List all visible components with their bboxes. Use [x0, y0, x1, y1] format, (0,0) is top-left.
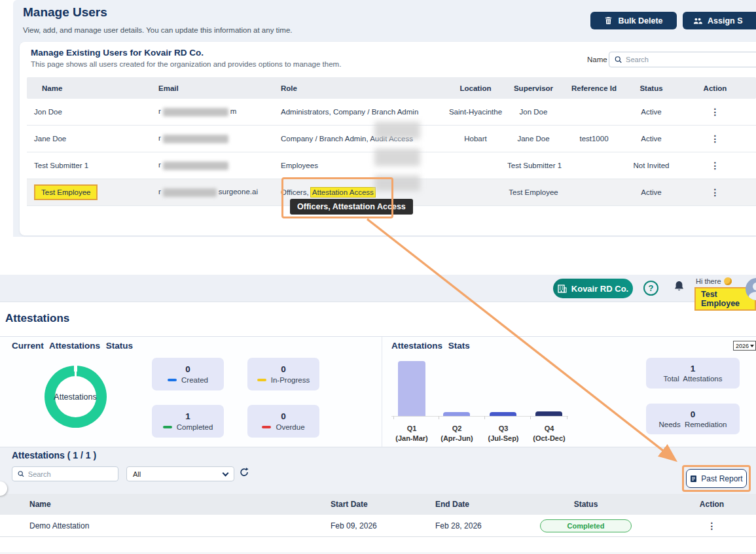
trash-icon	[604, 16, 613, 25]
needs-remediation-card: 0 Needs Remediation	[646, 404, 740, 434]
redacted-email-blur	[163, 188, 217, 197]
total-attestations-card: 1 Total Attestations	[646, 358, 740, 389]
row-action-menu[interactable]: ⋮	[674, 160, 756, 171]
col-supervisor: Supervisor	[507, 84, 560, 92]
card-subtitle: This page shows all users created for th…	[31, 60, 341, 68]
panel-divider	[382, 337, 382, 447]
past-report-button[interactable]: Past Report	[686, 469, 747, 488]
bell-icon[interactable]	[674, 281, 685, 296]
card-title: Manage Existing Users for Kovair RD Co.	[31, 48, 204, 58]
user-location: Saint-Hyacinthe	[444, 108, 507, 116]
x-tick-q4: Q4(Oct-Dec)	[522, 424, 577, 443]
stat-card-completed: 1 Completed	[152, 405, 224, 438]
user-status: Active	[628, 188, 674, 196]
user-supervisor: Test Employee	[507, 188, 560, 196]
manage-users-subtitle: View, add, and manage user details. You …	[23, 26, 293, 34]
redacted-email-blur	[163, 108, 228, 116]
user-name: Test Submitter 1	[27, 162, 151, 169]
row-action-menu[interactable]: ⋮	[674, 187, 756, 198]
row-action-menu[interactable]: ⋮	[674, 107, 756, 117]
chevron-down-icon	[223, 470, 229, 476]
col-email: Email	[151, 84, 274, 92]
col-end-date: End Date	[406, 500, 504, 509]
bar-q1	[398, 361, 425, 416]
chevron-down-icon	[750, 345, 754, 347]
col-role: Role	[274, 84, 444, 92]
org-button-label: Kovair RD Co.	[571, 284, 628, 294]
search-icon	[18, 470, 24, 477]
col-location: Location	[444, 84, 507, 92]
users-search-box[interactable]	[609, 52, 756, 67]
role-tooltip: Officers, Attestation Access	[290, 199, 413, 215]
table-row: Demo Attestation Feb 09, 2026 Feb 28, 20…	[0, 515, 756, 537]
highlighted-user-name: Test Employee	[34, 184, 98, 200]
page-title-manage-users: Manage Users	[23, 5, 107, 20]
help-icon[interactable]: ?	[643, 281, 658, 296]
user-status: Active	[628, 135, 674, 143]
redacted-email-blur	[374, 148, 420, 166]
donut-center-label: Attestations	[36, 392, 115, 402]
row-action-menu[interactable]: ⋮	[674, 133, 756, 144]
redacted-email-blur	[163, 135, 228, 143]
user-location: Hobart	[444, 135, 507, 143]
app-topbar	[0, 275, 756, 302]
assign-button[interactable]: Assign S	[683, 12, 756, 29]
redacted-email-blur	[163, 162, 228, 170]
org-button[interactable]: Kovair RD Co.	[553, 279, 633, 298]
attestations-search-input[interactable]	[28, 470, 113, 478]
user-email-redacted: r	[151, 134, 274, 143]
overdue-dash-icon	[262, 426, 271, 428]
user-role: Administrators, Company / Branch Admin	[274, 108, 444, 116]
people-icon	[693, 17, 702, 25]
refresh-icon[interactable]	[239, 467, 249, 480]
stat-card-in-progress: 0 In-Progress	[247, 358, 319, 390]
x-axis	[391, 416, 568, 417]
attestations-table-header: Name Start Date End Date Status Action	[0, 494, 756, 515]
redacted-email-blur	[374, 122, 420, 139]
stat-card-overdue: 0 Overdue	[247, 405, 319, 438]
col-name: Name	[27, 84, 151, 92]
stat-card-created: 0 Created	[152, 358, 224, 390]
year-select[interactable]: 2026	[733, 341, 756, 351]
in-progress-dash-icon	[257, 379, 266, 381]
users-search-input[interactable]	[626, 56, 756, 63]
status-panel-title: Current Attestations Status	[12, 341, 133, 351]
wave-emoji-icon	[724, 277, 732, 285]
attestation-end-date: Feb 28, 2026	[406, 521, 504, 530]
attestations-list-title: Attestations ( 1 / 1 )	[12, 450, 96, 460]
page-title-attestations: Attestations	[5, 312, 69, 325]
col-start-date: Start Date	[301, 500, 406, 509]
page: Manage Users View, add, and manage user …	[0, 0, 756, 554]
search-icon	[615, 56, 622, 63]
attestation-start-date: Feb 09, 2026	[301, 521, 406, 530]
bottom-divider	[0, 553, 756, 553]
bar-q4	[535, 411, 562, 416]
created-dash-icon	[168, 379, 177, 381]
col-action: Action	[668, 500, 756, 509]
users-table-header: Name Email Role Location Supervisor Refe…	[27, 77, 756, 99]
user-email-redacted: r	[151, 161, 274, 169]
building-icon	[558, 285, 567, 293]
report-icon	[690, 475, 697, 483]
user-email-redacted: rsurgeone.ai	[151, 188, 274, 196]
bulk-delete-button[interactable]: Bulk Delete	[590, 12, 677, 29]
status-filter-select[interactable]: All	[126, 466, 234, 481]
dashboard-panels	[0, 336, 756, 447]
status-badge: Completed	[540, 519, 632, 532]
col-action: Action	[674, 84, 756, 92]
greeting: Hi there	[696, 277, 732, 285]
user-name: Jane Doe	[27, 135, 151, 143]
col-reference-id: Reference Id	[560, 84, 628, 92]
bulk-delete-label: Bulk Delete	[618, 16, 662, 26]
user-supervisor: Test Submitter 1	[507, 162, 560, 169]
stats-panel-title: Attestations Stats	[391, 341, 470, 351]
user-reference-id: test1000	[560, 135, 628, 143]
user-email-redacted: rm	[151, 107, 274, 116]
user-name: Jon Doe	[27, 108, 151, 116]
user-name: Test Employee	[27, 184, 151, 200]
attestations-search-box[interactable]	[12, 466, 118, 481]
row-action-menu[interactable]: ⋮	[668, 521, 756, 531]
user-supervisor: Jon Doe	[507, 108, 560, 116]
col-status: Status	[504, 500, 668, 509]
attestation-name: Demo Attestation	[0, 521, 301, 530]
